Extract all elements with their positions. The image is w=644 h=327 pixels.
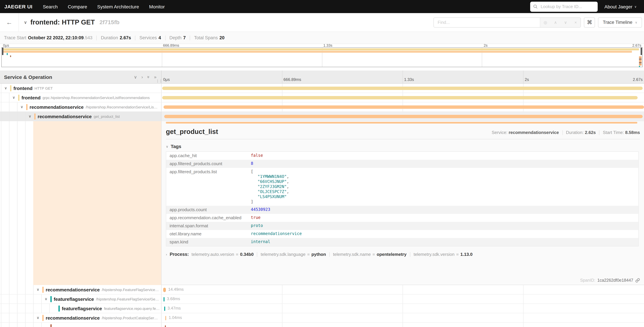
indent-guide <box>9 294 10 304</box>
total-spans-value: 20 <box>220 35 224 40</box>
indent-guide <box>25 304 26 313</box>
nav-item-monitor[interactable]: Monitor <box>144 4 170 9</box>
tag-row[interactable]: span.kindinternal <box>166 238 638 246</box>
span-timeline-cell[interactable]: 1.04ms <box>162 313 644 323</box>
span-name-cell[interactable]: ∨recommendationserviceget_product_list <box>0 112 162 121</box>
span-row[interactable]: featureflagservicefeatureflagservice.rep… <box>0 304 644 313</box>
span-timeline-cell[interactable]: 2.62s <box>162 112 644 121</box>
clear-find-icon[interactable]: × <box>571 20 581 25</box>
span-name-cell[interactable]: featureflagservicefeatureflagservice.rep… <box>0 304 162 313</box>
span-row[interactable]: ∨recommendationservice/hipstershop.Recom… <box>0 102 644 112</box>
span-name-cell[interactable]: ∨recommendationservice/hipstershop.Featu… <box>0 285 162 294</box>
nav-item-compare[interactable]: Compare <box>63 4 92 9</box>
operation-name: HTTP GET <box>34 86 53 90</box>
tag-row[interactable]: app.filtered_products.count8 <box>166 160 638 168</box>
tag-value: true <box>251 214 638 222</box>
chevron-down-icon[interactable]: ∨ <box>12 95 16 100</box>
about-jaeger-menu[interactable]: About Jaeger ∨ <box>604 4 636 9</box>
service-color-bar <box>42 286 44 292</box>
span-row[interactable]: ∨frontendHTTP GET <box>0 84 644 93</box>
span-timeline-cell[interactable]: 3.47ms <box>162 304 644 313</box>
trace-id-lookup-input[interactable] <box>540 4 595 10</box>
tag-row[interactable]: app.filtered_products.list["1YMWWN1N4O",… <box>166 168 638 206</box>
find-bar: ◎ ∧ ∨ × <box>434 17 581 27</box>
chevron-down-icon[interactable]: ∨ <box>44 297 48 301</box>
minimap-span-bar <box>3 48 639 50</box>
indent-guide <box>9 112 10 121</box>
prev-match-icon[interactable]: ∧ <box>550 20 560 25</box>
tags-section-toggle[interactable]: ∨ Tags <box>166 144 640 149</box>
indent-guide <box>9 304 10 313</box>
span-name-cell[interactable]: ∨frontendHTTP GET <box>0 84 162 93</box>
span-bar[interactable] <box>163 288 166 292</box>
span-row[interactable]: ∨frontendgrpc.hipstershop.Recommendation… <box>0 93 644 102</box>
chevron-right-icon: › <box>166 252 167 256</box>
collapse-all-icon[interactable]: » <box>146 76 151 78</box>
tag-row[interactable]: otel.library.namerecommendationservice <box>166 230 638 238</box>
app-logo[interactable]: JAEGER UI <box>0 4 38 10</box>
keyboard-shortcuts-button[interactable]: ⌘ <box>584 17 595 27</box>
find-input[interactable] <box>434 18 540 27</box>
span-row[interactable]: ∨recommendationserviceget_product_list2.… <box>0 112 644 121</box>
tag-row[interactable]: app.recommendation.cache_enabledtrue <box>166 214 638 222</box>
span-bar[interactable] <box>165 325 166 327</box>
chevron-down-icon[interactable]: ∨ <box>3 86 8 90</box>
span-bar[interactable] <box>162 86 642 90</box>
span-bar[interactable] <box>164 297 164 301</box>
column-resize-handle[interactable]: ❘❘ <box>156 79 162 82</box>
expand-all-icon[interactable]: » <box>154 74 156 80</box>
span-timeline-cell[interactable] <box>162 102 644 112</box>
about-jaeger-label: About Jaeger <box>604 4 632 9</box>
span-row[interactable]: ∨recommendationservice/hipstershop.Produ… <box>0 313 644 323</box>
span-name-cell[interactable]: ∨recommendationservice/hipstershop.Produ… <box>0 313 162 323</box>
tag-value: 44530923 <box>251 206 638 214</box>
indent-guide <box>33 304 34 313</box>
span-timeline-cell[interactable]: 14.49ms <box>162 285 644 294</box>
minimap-canvas[interactable] <box>1 47 643 67</box>
tag-key: app.filtered_products.count <box>166 160 251 168</box>
tag-row[interactable]: internal.span.formatproto <box>166 222 638 230</box>
chevron-down-icon[interactable]: ∨ <box>28 114 32 118</box>
span-detail-title: get_product_list <box>166 128 218 136</box>
span-bar[interactable] <box>162 96 638 100</box>
span-row-partial[interactable] <box>0 323 644 327</box>
chevron-down-icon[interactable]: ∨ <box>36 288 40 292</box>
minimap-span-tick <box>639 60 642 62</box>
nav-item-system-architecture[interactable]: System Architecture <box>92 4 144 9</box>
collapse-header-chevron-icon[interactable]: ∨ <box>24 20 27 25</box>
span-name-cell[interactable] <box>0 323 162 327</box>
span-timeline-cell[interactable] <box>162 323 644 327</box>
span-bar[interactable] <box>164 306 165 311</box>
tag-row[interactable]: app.products.count44530923 <box>166 206 638 214</box>
next-match-icon[interactable]: ∨ <box>560 20 571 25</box>
span-name-cell[interactable]: ∨featureflagservice/hipstershop.FeatureF… <box>0 294 162 304</box>
span-bar[interactable] <box>165 316 166 320</box>
span-name-cell[interactable]: ∨recommendationservice/hipstershop.Recom… <box>0 102 162 112</box>
trace-id-lookup-box[interactable] <box>530 2 598 12</box>
span-id-row: SpanID: 1ca2262df0e18447 <box>580 278 640 283</box>
chevron-down-icon[interactable]: ∨ <box>20 105 24 109</box>
span-row[interactable]: ∨featureflagservice/hipstershop.FeatureF… <box>0 294 644 304</box>
span-bar[interactable] <box>164 115 643 118</box>
trace-view-selector[interactable]: Trace Timeline ∨ <box>598 17 642 27</box>
collapse-one-icon[interactable]: ∨ <box>134 74 137 80</box>
span-timeline-cell[interactable]: 3.68ms <box>162 294 644 304</box>
minimap-drag-handle-left[interactable] <box>2 48 3 55</box>
nav-item-search[interactable]: Search <box>38 4 63 9</box>
process-section[interactable]: › Process: telemetry.auto.version=0.34b0… <box>166 252 640 257</box>
link-icon[interactable] <box>635 278 640 283</box>
span-row[interactable]: ∨recommendationservice/hipstershop.Featu… <box>0 285 644 294</box>
expand-one-icon[interactable]: › <box>141 74 143 80</box>
trace-id-short: 2f715fb <box>100 19 120 26</box>
span-bar[interactable] <box>164 106 644 109</box>
span-timeline-cell[interactable] <box>162 84 644 93</box>
service-name: frontend <box>22 95 41 100</box>
minimap-drag-handle-right[interactable] <box>641 48 642 55</box>
back-button[interactable]: ← <box>0 13 19 32</box>
chevron-down-icon[interactable]: ∨ <box>36 316 40 320</box>
focus-match-icon[interactable]: ◎ <box>540 20 550 25</box>
tag-row[interactable]: app.cache_hitfalse <box>166 152 638 160</box>
span-name-cell[interactable]: ∨frontendgrpc.hipstershop.Recommendation… <box>0 93 162 102</box>
trace-title: frontend: HTTP GET <box>30 18 95 26</box>
span-timeline-cell[interactable] <box>162 93 644 102</box>
